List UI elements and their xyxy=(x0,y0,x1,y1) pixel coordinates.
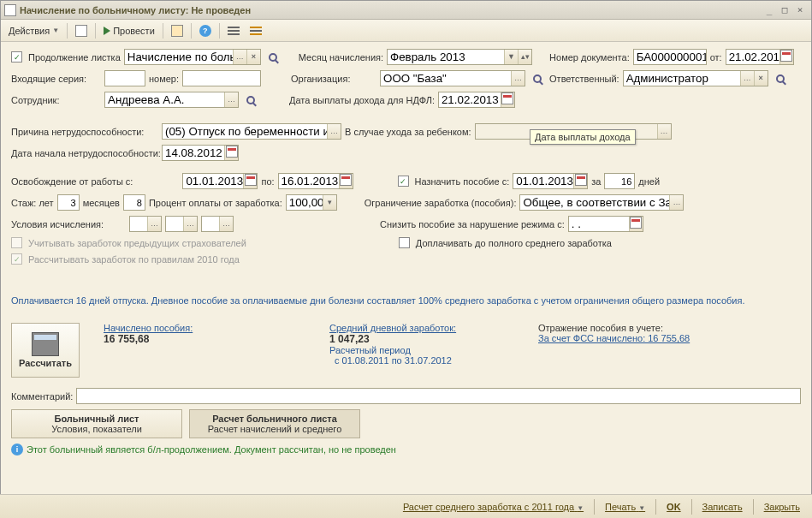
dots-button[interactable]: … xyxy=(669,195,683,210)
spin-button[interactable]: ▴▾ xyxy=(518,50,531,64)
series-input[interactable] xyxy=(104,70,145,86)
spin-button[interactable]: ▾ xyxy=(323,195,336,210)
reason-input[interactable] xyxy=(165,124,327,139)
close-button[interactable]: × xyxy=(792,4,808,15)
assign-label: Назначить пособие с: xyxy=(415,176,510,187)
comment-input[interactable] xyxy=(76,388,801,404)
calc-btn-label: Рассчитать xyxy=(19,358,72,368)
search-button[interactable] xyxy=(529,72,546,86)
from-date[interactable] xyxy=(726,49,794,65)
reduce-input[interactable] xyxy=(572,217,629,231)
minimize-button[interactable]: _ xyxy=(762,4,777,15)
cond1[interactable]: … xyxy=(129,216,162,232)
topup-checkbox[interactable] xyxy=(399,237,410,248)
startdate-input[interactable] xyxy=(165,146,224,160)
limit-input[interactable] xyxy=(523,195,669,210)
dots-button[interactable]: … xyxy=(233,50,246,64)
calendar-icon xyxy=(630,217,642,229)
dots-button[interactable]: … xyxy=(657,124,671,139)
exempt-from-input[interactable] xyxy=(186,174,243,188)
rules2010-checkbox[interactable] xyxy=(11,253,22,265)
percent-field[interactable]: ▾ xyxy=(286,194,337,211)
prev-insurers-checkbox[interactable] xyxy=(11,237,22,248)
cal-button[interactable] xyxy=(573,174,587,188)
months-input[interactable] xyxy=(123,194,145,211)
cal-button[interactable] xyxy=(224,146,238,160)
print-button[interactable]: Печать ▼ xyxy=(600,500,650,514)
docnum-input[interactable] xyxy=(637,50,706,64)
tab-sick-leave[interactable]: Больничный лист Условия, показатели xyxy=(11,409,182,438)
years-input[interactable] xyxy=(57,194,80,211)
dots-button[interactable]: … xyxy=(224,92,238,107)
accrued-label[interactable]: Начислено пособия: xyxy=(104,323,326,333)
ndfldate-input[interactable] xyxy=(442,92,501,107)
cal-button[interactable] xyxy=(501,92,514,107)
employee-label: Сотрудник: xyxy=(11,95,101,105)
assign-input[interactable] xyxy=(516,174,573,188)
limit-label: Ограничение заработка (пособия): xyxy=(365,198,517,208)
close-button[interactable]: Закрыть xyxy=(759,500,805,514)
list-button[interactable] xyxy=(223,24,244,38)
org-input[interactable] xyxy=(383,71,511,86)
doc-button[interactable] xyxy=(71,22,92,39)
report-icon xyxy=(171,25,183,37)
search-button[interactable] xyxy=(264,51,282,64)
settings-button[interactable] xyxy=(246,24,266,38)
post-button[interactable]: Провести xyxy=(99,23,159,39)
period-label: Расчетный период xyxy=(329,345,535,355)
month-input[interactable] xyxy=(390,50,504,64)
cal-button[interactable] xyxy=(339,174,353,188)
maximize-button[interactable]: □ xyxy=(777,4,792,15)
exempt-to-input[interactable] xyxy=(282,174,339,188)
magnify-icon xyxy=(533,74,542,83)
continuation-input[interactable] xyxy=(127,50,233,64)
play-icon xyxy=(104,27,110,35)
number-input[interactable] xyxy=(182,70,261,86)
conditions-label: Условия исчисления: xyxy=(11,219,104,229)
continuation-combo[interactable]: … × xyxy=(124,49,261,65)
cal-button[interactable] xyxy=(779,50,793,64)
search-button[interactable] xyxy=(242,93,259,107)
cal-button[interactable] xyxy=(629,217,643,231)
assign-checkbox[interactable] xyxy=(398,176,409,187)
month-combo[interactable]: ▼ ▴▾ xyxy=(387,49,532,65)
fss-link[interactable]: За счет ФСС начислено: 16 755,68 xyxy=(538,333,690,343)
dots-button[interactable]: … xyxy=(327,124,341,139)
cond2[interactable]: … xyxy=(165,216,198,232)
days-input[interactable] xyxy=(604,173,635,189)
continuation-checkbox[interactable] xyxy=(11,51,22,63)
resp-input[interactable] xyxy=(626,71,740,86)
calculate-button[interactable]: Рассчитать xyxy=(11,323,80,378)
avg-label[interactable]: Средний дневной заработок: xyxy=(329,323,535,333)
search-button[interactable] xyxy=(772,72,789,86)
tab-calculation[interactable]: Расчет больничного листа Расчет начислен… xyxy=(189,409,360,438)
report-button[interactable] xyxy=(167,22,187,39)
clear-button[interactable]: × xyxy=(246,50,260,64)
assign-date[interactable] xyxy=(513,173,588,189)
percent-input[interactable] xyxy=(289,195,323,210)
actions-menu[interactable]: Действия ▼ xyxy=(4,23,63,39)
org-combo[interactable]: … xyxy=(380,70,525,86)
clear-button[interactable]: × xyxy=(754,71,768,86)
avgcalc-button[interactable]: Расчет среднего заработка с 2011 года ▼ xyxy=(398,500,589,514)
dots-button[interactable]: … xyxy=(511,71,525,86)
reduce-date[interactable] xyxy=(568,216,643,232)
resp-combo[interactable]: … × xyxy=(623,70,768,86)
help-button[interactable]: ? xyxy=(195,22,216,39)
save-button[interactable]: Записать xyxy=(697,500,748,514)
exempt-to[interactable] xyxy=(278,173,353,189)
docnum-field[interactable] xyxy=(633,49,707,65)
dropdown-button[interactable]: ▼ xyxy=(504,50,518,64)
ok-button[interactable]: OK xyxy=(661,500,686,514)
employee-input[interactable] xyxy=(108,92,224,107)
exempt-from[interactable] xyxy=(182,173,258,189)
startdate-field[interactable] xyxy=(162,145,239,161)
employee-combo[interactable]: … xyxy=(104,92,239,108)
limit-combo[interactable]: … xyxy=(519,194,684,211)
from-input[interactable] xyxy=(729,50,779,64)
reason-combo[interactable]: … xyxy=(162,123,341,140)
ndfldate-field[interactable] xyxy=(438,92,515,108)
cond3[interactable]: … xyxy=(201,216,234,232)
dots-button[interactable]: … xyxy=(740,71,754,86)
cal-button[interactable] xyxy=(243,174,257,188)
